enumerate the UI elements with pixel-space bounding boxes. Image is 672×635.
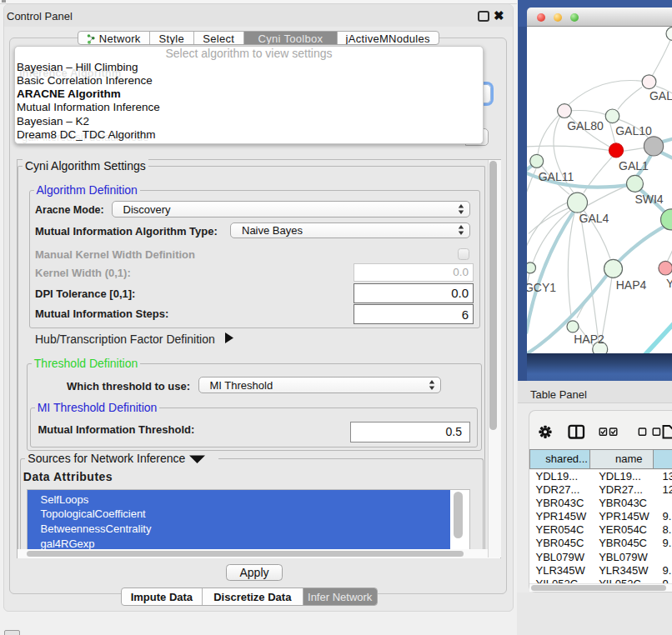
- svg-text:GAL10: GAL10: [615, 124, 652, 138]
- svg-text:GAL: GAL: [649, 89, 672, 102]
- svg-text:SWI4: SWI4: [634, 192, 663, 206]
- svg-text:GAL4: GAL4: [579, 211, 609, 224]
- svg-text:GAL80: GAL80: [567, 118, 604, 132]
- svg-text:Y: Y: [666, 277, 672, 290]
- svg-text:GCY1: GCY1: [527, 281, 556, 294]
- svg-text:GAL11: GAL11: [539, 170, 574, 183]
- svg-text:HAP2: HAP2: [574, 332, 604, 346]
- svg-text:HAP4: HAP4: [616, 278, 647, 292]
- svg-text:GAL1: GAL1: [619, 159, 649, 172]
